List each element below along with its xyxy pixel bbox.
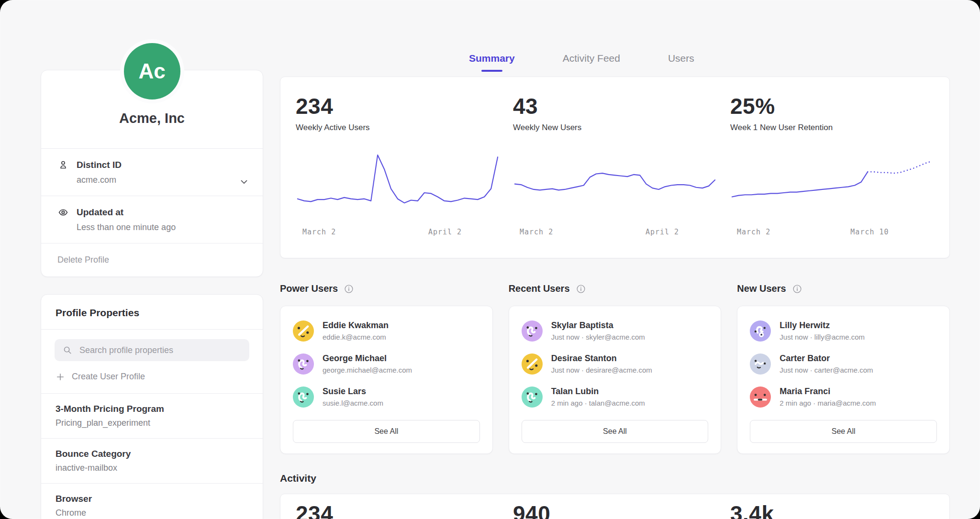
stat-label: Week 1 New User Retention — [730, 123, 934, 133]
tab-summary[interactable]: Summary — [469, 53, 515, 72]
face-squiggle-icon — [522, 320, 543, 342]
field-label: Distinct ID — [77, 160, 122, 170]
power-users-card: Eddie Kwakman eddie.k@acme.com George Mi… — [280, 306, 493, 454]
activity-stat-value: 940 — [513, 501, 717, 519]
stat-label: Weekly New Users — [513, 123, 717, 133]
x-tick: March 10 — [850, 228, 889, 236]
property-name: Bounce Category — [56, 449, 248, 459]
user-row[interactable]: Talan Lubin 2 min ago · talan@acme.com — [522, 386, 709, 408]
user-row[interactable]: Skylar Baptista Just now · skyler@acme.c… — [522, 320, 709, 342]
profile-properties-card: Profile Properties Create User Profile — [41, 294, 263, 519]
user-name: Eddie Kwakman — [323, 320, 389, 331]
property-value: Chrome — [56, 508, 248, 518]
face-squiggle-icon — [522, 386, 543, 408]
activity-card: 234 940 3.4k — [280, 494, 950, 519]
user-lists: Power Users Eddie Kwakman ed — [280, 283, 950, 454]
weekly-new-users-chart: March 2 April 2 — [513, 148, 717, 238]
user-avatar — [750, 386, 771, 408]
updated-at-row: Updated at Less than one minute ago — [41, 196, 263, 243]
search-input[interactable] — [78, 345, 242, 356]
stat-label: Weekly Active Users — [296, 123, 500, 133]
profile-properties-title: Profile Properties — [41, 295, 263, 329]
face-slash-icon — [522, 353, 543, 375]
recent-users-column: Recent Users Skylar Baptista — [509, 283, 722, 454]
user-meta: Just now · skyler@acme.com — [551, 333, 645, 341]
delete-profile-button[interactable]: Delete Profile — [41, 243, 263, 276]
user-name: Carter Bator — [780, 353, 873, 364]
x-tick: March 2 — [302, 228, 336, 236]
main-content: Summary Activity Feed Users 234 Weekly A… — [280, 0, 950, 519]
user-meta: Just now · lilly@acme.com — [780, 333, 865, 341]
stat-weekly-active-users: 234 Weekly Active Users March 2 April 2 — [296, 93, 500, 258]
weekly-active-users-chart: March 2 April 2 — [296, 148, 500, 238]
user-meta: susie.l@acme.com — [323, 399, 383, 407]
property-name: 3-Month Pricing Program — [56, 404, 248, 414]
user-row[interactable]: Susie Lars susie.l@acme.com — [293, 386, 480, 408]
user-name: Desirae Stanton — [551, 353, 652, 364]
user-row[interactable]: Desirae Stanton Just now · desirare@acme… — [522, 353, 709, 375]
new-users-card: Lilly Herwitz Just now · lilly@acme.com … — [737, 306, 950, 454]
user-avatar — [522, 320, 543, 342]
see-all-button[interactable]: See All — [293, 420, 480, 443]
face-squiggle-icon — [293, 353, 314, 375]
property-value: Pricing_plan_experiment — [56, 418, 248, 428]
new-users-column: New Users Lilly Herwitz Just — [737, 283, 950, 454]
power-users-title: Power Users — [280, 283, 338, 294]
user-name: Lilly Herwitz — [780, 320, 865, 331]
user-meta: eddie.k@acme.com — [323, 333, 389, 341]
field-value: acme.com — [77, 175, 246, 185]
x-tick: March 2 — [520, 228, 553, 236]
activity-stat-value: 234 — [296, 501, 500, 519]
see-all-button[interactable]: See All — [750, 420, 937, 443]
activity-section-title: Activity — [280, 473, 316, 484]
user-avatar — [293, 386, 314, 408]
x-tick: March 2 — [737, 228, 770, 236]
new-users-title: New Users — [737, 283, 786, 294]
tab-users[interactable]: Users — [668, 53, 694, 72]
property-item: Browser Chrome — [41, 483, 263, 519]
chevron-down-icon[interactable] — [239, 177, 249, 187]
property-item: 3-Month Pricing Program Pricing_plan_exp… — [41, 393, 263, 438]
company-avatar: Ac — [124, 43, 180, 99]
property-value: inactive-mailbox — [56, 463, 248, 473]
create-user-profile-button[interactable]: Create User Profile — [41, 361, 263, 393]
face-notes-icon — [750, 320, 771, 342]
profile-card: Acme, Inc Distinct ID acme.com — [41, 70, 263, 277]
tab-activity-feed[interactable]: Activity Feed — [563, 53, 620, 72]
user-row[interactable]: Carter Bator Just now · carter@acme.com — [750, 353, 937, 375]
user-meta: Just now · desirare@acme.com — [551, 366, 652, 374]
face-dash-icon — [750, 386, 771, 408]
user-avatar — [522, 386, 543, 408]
power-users-column: Power Users Eddie Kwakman ed — [280, 283, 493, 454]
see-all-button[interactable]: See All — [522, 420, 709, 443]
info-icon[interactable] — [792, 284, 802, 294]
user-avatar — [293, 353, 314, 375]
stat-weekly-new-users: 43 Weekly New Users March 2 April 2 — [513, 93, 717, 258]
user-name: Maria Franci — [780, 386, 876, 397]
info-icon[interactable] — [344, 284, 354, 294]
user-row[interactable]: George Michael george.michael@acme.com — [293, 353, 480, 375]
user-row[interactable]: Eddie Kwakman eddie.k@acme.com — [293, 320, 480, 342]
field-label: Updated at — [77, 207, 123, 218]
face-slash-icon — [293, 320, 314, 342]
user-row[interactable]: Maria Franci 2 min ago · maria@acme.com — [750, 386, 937, 408]
search-profile-properties — [55, 339, 249, 361]
face-wave-icon — [750, 353, 771, 375]
x-tick: April 2 — [646, 228, 679, 236]
recent-users-title: Recent Users — [509, 283, 570, 294]
stat-value: 43 — [513, 93, 717, 119]
stat-value: 25% — [730, 93, 934, 119]
tab-bar: Summary Activity Feed Users — [469, 53, 694, 72]
eye-icon — [57, 207, 69, 218]
stat-week1-retention: 25% Week 1 New User Retention March 2 Ma… — [730, 93, 934, 258]
app-window: Ac Acme, Inc Distinct ID acme.com — [0, 0, 980, 519]
plus-icon — [56, 372, 65, 382]
info-icon[interactable] — [576, 284, 586, 294]
user-avatar — [293, 320, 314, 342]
person-icon — [57, 159, 69, 171]
user-avatar — [522, 353, 543, 375]
user-meta: Just now · carter@acme.com — [780, 366, 873, 374]
user-avatar — [750, 320, 771, 342]
user-row[interactable]: Lilly Herwitz Just now · lilly@acme.com — [750, 320, 937, 342]
face-squiggle-icon — [293, 386, 314, 408]
